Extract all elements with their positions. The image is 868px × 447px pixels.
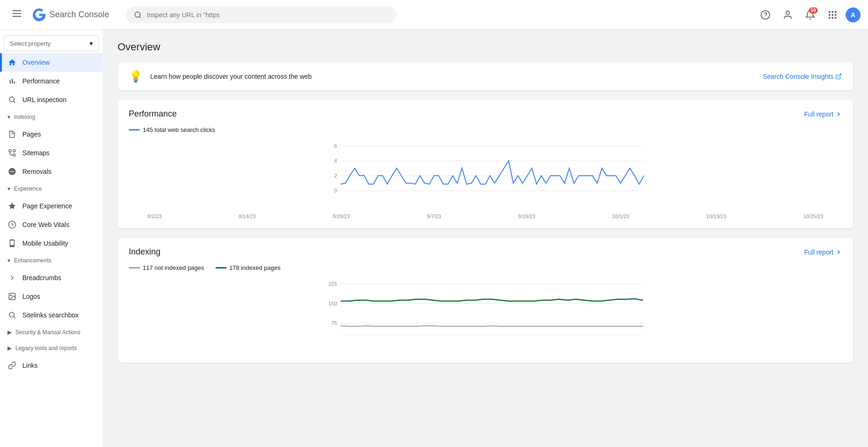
not-indexed-line bbox=[129, 267, 140, 268]
search-input[interactable] bbox=[146, 11, 389, 19]
svg-rect-13 bbox=[835, 14, 837, 16]
notifications-button[interactable]: 59 bbox=[801, 6, 819, 24]
sidebar-item-overview-label: Overview bbox=[22, 59, 49, 66]
performance-legend-text: 145 total web search clicks bbox=[143, 126, 215, 133]
insight-banner: 💡 Learn how people discover your content… bbox=[118, 62, 853, 90]
legacy-chevron-icon: ▶ bbox=[7, 345, 12, 351]
svg-point-27 bbox=[10, 295, 11, 296]
external-link-icon bbox=[835, 73, 842, 80]
sidebar-item-logos[interactable]: Logos bbox=[0, 287, 103, 306]
svg-rect-16 bbox=[835, 17, 837, 19]
indexing-chevron-icon: ▾ bbox=[7, 114, 10, 120]
indexing-section-header[interactable]: ▾ Indexing bbox=[0, 109, 103, 125]
svg-point-7 bbox=[786, 11, 789, 14]
help-button[interactable] bbox=[756, 6, 775, 24]
topbar: Search Console 59 bbox=[0, 0, 868, 30]
sidebar-item-performance-label: Performance bbox=[22, 77, 60, 85]
main-content: Overview 💡 Learn how people discover you… bbox=[103, 30, 868, 447]
svg-rect-11 bbox=[829, 14, 831, 16]
sidebar-item-breadcrumbs[interactable]: Breadcrumbs bbox=[0, 268, 103, 287]
x-label-3: 8/26/23 bbox=[333, 213, 350, 219]
search-icon bbox=[134, 11, 142, 19]
not-indexed-label: 117 not indexed pages bbox=[143, 264, 204, 271]
url-search-icon bbox=[7, 95, 17, 104]
svg-rect-19 bbox=[9, 150, 11, 152]
enhancements-section-header[interactable]: ▾ Enhancements bbox=[0, 253, 103, 268]
apps-icon bbox=[827, 10, 838, 20]
performance-card-title: Performance bbox=[129, 109, 177, 119]
sidebar-item-links-label: Links bbox=[22, 362, 38, 369]
avatar[interactable]: A bbox=[846, 7, 861, 22]
sidebar-item-pages[interactable]: Pages bbox=[0, 125, 103, 144]
svg-rect-15 bbox=[832, 17, 833, 19]
svg-rect-14 bbox=[829, 17, 831, 19]
sidebar-item-performance[interactable]: Performance bbox=[0, 72, 103, 90]
menu-icon[interactable] bbox=[7, 4, 26, 26]
core-web-vitals-icon bbox=[7, 220, 17, 229]
insight-link-text: Search Console Insights bbox=[763, 73, 833, 80]
insight-left: 💡 Learn how people discover your content… bbox=[129, 70, 312, 83]
account-button[interactable] bbox=[778, 6, 797, 24]
indexing-arrow-icon bbox=[835, 249, 842, 255]
performance-chart-container: 6 4 2 0 8/2/23 8/14/23 8/26/23 9/7/23 9/… bbox=[129, 139, 842, 219]
logo[interactable]: Search Console bbox=[32, 7, 109, 22]
performance-card-header: Performance Full report bbox=[129, 109, 842, 119]
svg-text:2: 2 bbox=[334, 173, 337, 179]
security-section-label: Security & Manual Actions bbox=[15, 329, 80, 336]
sidebar-item-breadcrumbs-label: Breadcrumbs bbox=[22, 274, 61, 282]
indexing-full-report-link[interactable]: Full report bbox=[804, 248, 842, 256]
svg-point-28 bbox=[9, 312, 14, 317]
svg-line-18 bbox=[14, 101, 15, 103]
sitelinks-icon bbox=[7, 310, 17, 320]
breadcrumbs-icon bbox=[7, 273, 17, 282]
sidebar-item-mobile-usability[interactable]: Mobile Usability bbox=[0, 234, 103, 253]
security-section-header[interactable]: ▶ Security & Manual Actions bbox=[0, 324, 103, 340]
sidebar-item-sitelinks-searchbox-label: Sitelinks searchbox bbox=[22, 311, 79, 319]
x-label-7: 10/13/23 bbox=[706, 213, 726, 219]
sidebar-item-overview[interactable]: Overview bbox=[0, 53, 103, 72]
property-selector[interactable]: Select property ▾ bbox=[4, 35, 99, 51]
sidebar-item-removals[interactable]: Removals bbox=[0, 162, 103, 181]
sidebar-item-sitelinks-searchbox[interactable]: Sitelinks searchbox bbox=[0, 306, 103, 324]
svg-text:225: 225 bbox=[328, 281, 337, 287]
sidebar-item-links[interactable]: Links bbox=[0, 356, 103, 375]
indexing-chart-container: 225 150 75 bbox=[129, 277, 842, 353]
x-label-5: 9/19/23 bbox=[518, 213, 535, 219]
experience-section-label: Experience bbox=[14, 186, 42, 192]
performance-full-report-link[interactable]: Full report bbox=[804, 110, 842, 118]
apps-button[interactable] bbox=[823, 6, 842, 24]
svg-text:6: 6 bbox=[334, 143, 337, 149]
svg-rect-8 bbox=[829, 11, 831, 13]
sidebar-item-url-inspection[interactable]: URL inspection bbox=[0, 90, 103, 109]
legacy-section-header[interactable]: ▶ Legacy tools and reports bbox=[0, 340, 103, 356]
indexing-full-report-text: Full report bbox=[804, 248, 833, 256]
svg-line-30 bbox=[838, 74, 841, 77]
home-icon bbox=[7, 58, 17, 67]
sidebar-item-page-experience[interactable]: Page Experience bbox=[0, 197, 103, 215]
indexing-section-label: Indexing bbox=[14, 114, 35, 120]
account-icon bbox=[783, 10, 793, 20]
sidebar-item-removals-label: Removals bbox=[22, 168, 51, 175]
sidebar: Select property ▾ Overview Performance U… bbox=[0, 30, 103, 447]
experience-chevron-icon: ▾ bbox=[7, 186, 10, 192]
performance-chart: 6 4 2 0 bbox=[129, 139, 842, 213]
search-bar[interactable] bbox=[126, 7, 396, 23]
indexing-legend-not-indexed: 117 not indexed pages bbox=[129, 264, 204, 271]
svg-rect-21 bbox=[13, 150, 15, 152]
property-name: Select property bbox=[10, 40, 50, 47]
sidebar-item-core-web-vitals-label: Core Web Vitals bbox=[22, 221, 69, 228]
x-label-8: 10/25/23 bbox=[803, 213, 823, 219]
performance-legend-line bbox=[129, 129, 140, 131]
page-experience-icon bbox=[7, 201, 17, 211]
sidebar-item-logos-label: Logos bbox=[22, 293, 40, 300]
layout: Select property ▾ Overview Performance U… bbox=[0, 30, 868, 447]
sidebar-item-sitemaps-label: Sitemaps bbox=[22, 149, 49, 157]
google-logo-icon bbox=[32, 7, 47, 22]
sidebar-item-core-web-vitals[interactable]: Core Web Vitals bbox=[0, 215, 103, 234]
svg-text:4: 4 bbox=[334, 158, 337, 164]
insight-text: Learn how people discover your content a… bbox=[150, 73, 312, 80]
experience-section-header[interactable]: ▾ Experience bbox=[0, 181, 103, 197]
search-console-insights-link[interactable]: Search Console Insights bbox=[763, 73, 842, 80]
sidebar-item-sitemaps[interactable]: Sitemaps bbox=[0, 144, 103, 162]
svg-line-4 bbox=[139, 16, 141, 18]
